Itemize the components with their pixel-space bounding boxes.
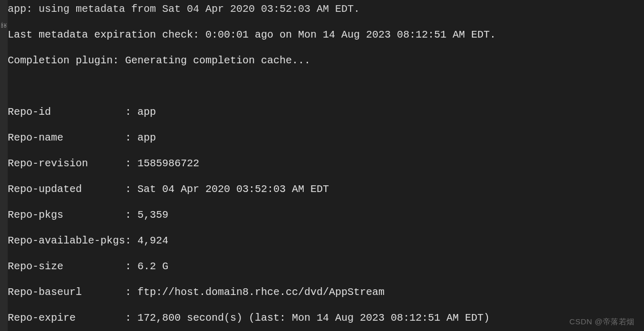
sidebar-label-io: Io (1, 24, 7, 29)
watermark: CSDN @帝落若烟 (569, 317, 635, 327)
repo-name: Repo-name : app (8, 131, 644, 144)
repo-baseurl: Repo-baseurl : ftp://host.domain8.rhce.c… (8, 286, 644, 299)
repo-id: Repo-id : app (8, 106, 644, 118)
repo-pkgs: Repo-pkgs : 5,359 (8, 208, 644, 221)
repo-available-pkgs: Repo-available-pkgs: 4,924 (8, 234, 644, 247)
repo-expire: Repo-expire : 172,800 second(s) (last: M… (8, 311, 644, 324)
blank-line (8, 80, 644, 93)
terminal-output[interactable]: app: using metadata from Sat 04 Apr 2020… (8, 0, 644, 331)
repo-size: Repo-size : 6.2 G (8, 260, 644, 273)
output-line: app: using metadata from Sat 04 Apr 2020… (8, 3, 644, 15)
repo-updated: Repo-updated : Sat 04 Apr 2020 03:52:03 … (8, 183, 644, 196)
output-line: Last metadata expiration check: 0:00:01 … (8, 28, 644, 41)
repo-revision: Repo-revision : 1585986722 (8, 157, 644, 170)
editor-sidebar: iv Io (0, 0, 8, 331)
output-line: Completion plugin: Generating completion… (8, 54, 644, 67)
